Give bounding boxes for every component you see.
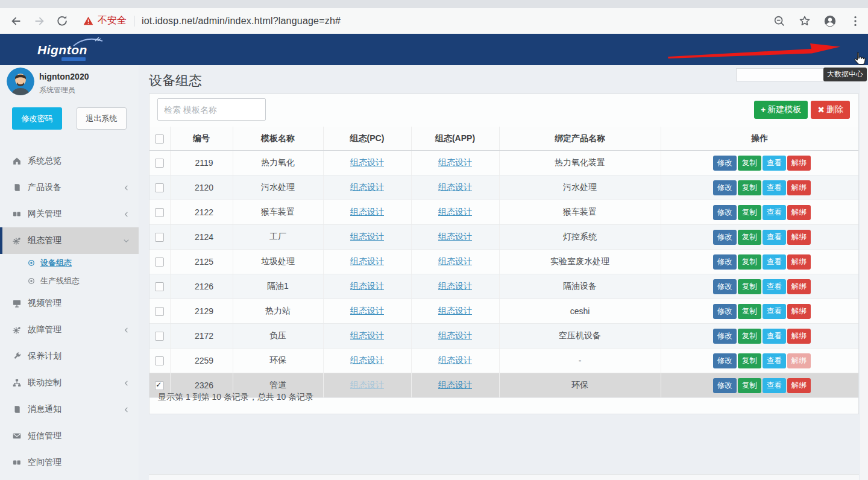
view-button[interactable]: 查看: [763, 353, 786, 368]
sidebar-item-space[interactable]: 空间管理: [0, 449, 139, 476]
sidebar-item-gateway[interactable]: 网关管理: [0, 201, 139, 227]
unbind-button[interactable]: 解绑: [787, 205, 811, 220]
security-chip-label: 不安全: [98, 14, 127, 27]
row-checkbox[interactable]: [155, 282, 164, 291]
page-scrollbar[interactable]: [860, 66, 868, 480]
pc-config-link[interactable]: 组态设计: [350, 256, 384, 266]
pc-config-link[interactable]: 组态设计: [350, 157, 384, 167]
app-config-link[interactable]: 组态设计: [438, 355, 472, 365]
unbind-button[interactable]: 解绑: [787, 156, 811, 171]
template-search-input[interactable]: [157, 98, 266, 121]
forward-icon[interactable]: [33, 14, 46, 28]
app-config-link[interactable]: 组态设计: [438, 306, 472, 315]
app-config-link[interactable]: 组态设计: [438, 232, 472, 241]
view-button[interactable]: 查看: [763, 279, 786, 294]
unbind-button[interactable]: 解绑: [787, 353, 811, 368]
sidebar-item-products[interactable]: 产品设备: [0, 174, 139, 201]
row-checkbox[interactable]: [155, 183, 164, 192]
browser-menu-icon[interactable]: [849, 14, 862, 28]
copy-button[interactable]: 复制: [738, 279, 761, 294]
sidebar-item-fault[interactable]: 故障管理: [0, 317, 139, 343]
view-button[interactable]: 查看: [763, 329, 786, 344]
edit-button[interactable]: 修改: [713, 353, 737, 368]
view-button[interactable]: 查看: [763, 254, 786, 270]
edit-button[interactable]: 修改: [713, 205, 737, 220]
sidebar-item-sms[interactable]: 短信管理: [0, 423, 139, 449]
edit-button[interactable]: 修改: [713, 329, 737, 344]
url-text[interactable]: iot.idosp.net/admin/index.html?language=…: [142, 16, 341, 27]
row-checkbox[interactable]: [155, 208, 164, 217]
app-config-link[interactable]: 组态设计: [438, 182, 472, 192]
edit-button[interactable]: 修改: [713, 304, 737, 319]
copy-button[interactable]: 复制: [738, 329, 761, 344]
row-checkbox[interactable]: [155, 233, 164, 242]
unbind-button[interactable]: 解绑: [787, 230, 811, 245]
edit-button[interactable]: 修改: [713, 279, 737, 294]
change-password-button[interactable]: 修改密码: [12, 107, 62, 130]
sidebar-subitem-device-scada[interactable]: 设备组态: [0, 254, 139, 272]
delete-button[interactable]: ✖删除: [811, 101, 850, 119]
security-chip[interactable]: 不安全: [83, 14, 127, 27]
chevron-left-icon: [123, 380, 130, 387]
sidebar-item-scada[interactable]: 组态管理: [0, 227, 139, 254]
copy-button[interactable]: 复制: [738, 353, 761, 368]
sidebar-item-linkage[interactable]: 联动控制: [0, 370, 139, 396]
bookmark-star-icon[interactable]: [798, 14, 811, 28]
view-button[interactable]: 查看: [763, 304, 786, 319]
brand-logo[interactable]: Hignton: [0, 34, 139, 65]
edit-button[interactable]: 修改: [713, 230, 737, 245]
pc-config-link[interactable]: 组态设计: [350, 281, 384, 291]
template-name: 隔油1: [233, 274, 323, 299]
app-config-link[interactable]: 组态设计: [438, 157, 472, 167]
app-config-link[interactable]: 组态设计: [438, 281, 472, 291]
pc-config-link[interactable]: 组态设计: [350, 355, 384, 365]
copy-button[interactable]: 复制: [738, 180, 761, 195]
pc-config-link[interactable]: 组态设计: [350, 306, 384, 315]
view-button[interactable]: 查看: [763, 230, 786, 245]
app-config-link[interactable]: 组态设计: [438, 330, 472, 340]
user-avatar[interactable]: [7, 68, 34, 95]
app-config-link[interactable]: 组态设计: [438, 256, 472, 266]
zoom-out-icon[interactable]: [773, 14, 786, 28]
sidebar-subitem-line-scada[interactable]: 生产线组态: [0, 272, 139, 290]
copy-button[interactable]: 复制: [738, 156, 761, 171]
pc-config-link[interactable]: 组态设计: [350, 232, 384, 241]
copy-button[interactable]: 复制: [738, 304, 761, 319]
unbind-button[interactable]: 解绑: [787, 304, 811, 319]
view-button[interactable]: 查看: [763, 205, 786, 220]
book-icon: [13, 405, 21, 414]
brand-name: Hignton: [37, 43, 87, 57]
profile-avatar-icon[interactable]: [823, 14, 837, 28]
copy-button[interactable]: 复制: [738, 205, 761, 220]
sidebar-item-maintenance[interactable]: 保养计划: [0, 343, 139, 370]
row-checkbox[interactable]: [155, 332, 164, 341]
edit-button[interactable]: 修改: [713, 254, 737, 270]
unbind-button[interactable]: 解绑: [787, 180, 811, 195]
edit-button[interactable]: 修改: [713, 156, 737, 171]
view-button[interactable]: 查看: [763, 180, 786, 195]
logout-button[interactable]: 退出系统: [77, 107, 127, 130]
pc-config-link[interactable]: 组态设计: [350, 182, 384, 192]
copy-button[interactable]: 复制: [738, 230, 761, 245]
row-checkbox[interactable]: [155, 307, 164, 316]
unbind-button[interactable]: 解绑: [787, 254, 811, 270]
pc-config-link[interactable]: 组态设计: [350, 330, 384, 340]
edit-button[interactable]: 修改: [713, 180, 737, 195]
row-checkbox[interactable]: [155, 159, 164, 168]
sidebar-item-overview[interactable]: 系统总览: [0, 148, 139, 174]
view-button[interactable]: 查看: [763, 156, 786, 171]
sidebar-item-video[interactable]: 视频管理: [0, 290, 139, 317]
sidebar-item-notification[interactable]: 消息通知: [0, 396, 139, 423]
row-checkbox[interactable]: [155, 257, 164, 267]
copy-button[interactable]: 复制: [738, 254, 761, 270]
back-icon[interactable]: [10, 14, 23, 28]
unbind-button[interactable]: 解绑: [787, 329, 811, 344]
new-template-button[interactable]: +新建模板: [754, 101, 808, 119]
bound-product-name: 热力氧化装置: [499, 151, 661, 175]
pc-config-link[interactable]: 组态设计: [350, 207, 384, 216]
app-config-link[interactable]: 组态设计: [438, 207, 472, 216]
reload-icon[interactable]: [55, 14, 69, 28]
select-all-checkbox[interactable]: [155, 134, 164, 144]
unbind-button[interactable]: 解绑: [787, 279, 811, 294]
row-checkbox[interactable]: [155, 356, 164, 365]
